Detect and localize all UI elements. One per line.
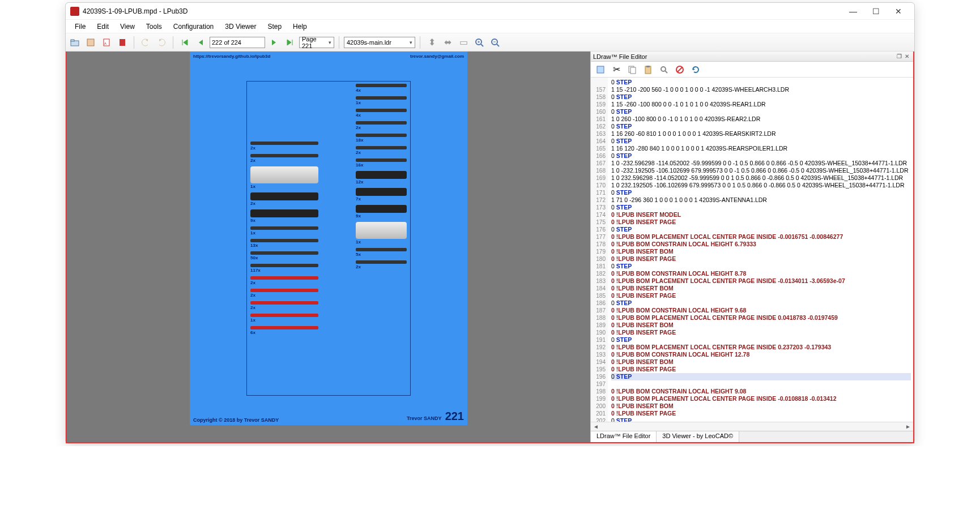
bom-part: 50x [250, 251, 318, 260]
page-combo[interactable]: Page 221 [299, 37, 334, 48]
close-button[interactable]: ✕ [887, 3, 910, 19]
menu-help[interactable]: Help [287, 22, 313, 32]
bom-part: 2x [250, 276, 318, 285]
menu-file[interactable]: File [69, 22, 91, 32]
fit-width-icon[interactable]: ⬍ [425, 36, 438, 49]
tab-3d-viewer[interactable]: 3D Viewer - by LeoCAD© [657, 431, 739, 442]
undo-icon[interactable] [139, 36, 152, 49]
editor-tabs: LDraw™ File Editor 3D Viewer - by LeoCAD… [591, 431, 913, 442]
editor-title: LDraw™ File Editor [593, 53, 647, 60]
menubar: FileEditViewToolsConfiguration3D ViewerS… [66, 20, 914, 33]
copy-icon[interactable] [626, 63, 638, 76]
dock-float-icon[interactable]: ❐ [895, 53, 903, 59]
tab-ldraw-editor[interactable]: LDraw™ File Editor [591, 431, 657, 442]
bom-part: 2x [250, 192, 318, 206]
first-page-icon[interactable] [178, 36, 191, 49]
page-copyright: Copyright © 2018 by Trevor SANDY [193, 417, 279, 423]
bom-part: 2x [250, 289, 318, 298]
titlebar: 42039S-1-09-LPUB.mpd - LPub3D — ☐ ✕ [66, 3, 914, 20]
menu-edit[interactable]: Edit [91, 22, 114, 32]
svg-text:A: A [104, 42, 106, 45]
bom-part: 6x [250, 326, 318, 335]
svg-rect-1 [71, 40, 74, 41]
file-combo[interactable]: 42039s-main.ldr [344, 37, 415, 48]
bom-part: 4x [356, 84, 407, 93]
app-icon [70, 7, 79, 16]
bom-part: 12x [356, 171, 407, 185]
menu-3d-viewer[interactable]: 3D Viewer [219, 22, 262, 32]
menu-tools[interactable]: Tools [140, 22, 168, 32]
app-window: 42039S-1-09-LPUB.mpd - LPub3D — ☐ ✕ File… [65, 2, 915, 444]
editor-panel: LDraw™ File Editor ❐ ✕ ✂ 157158159160161… [590, 52, 913, 442]
bom-part: 7x [356, 188, 407, 202]
next-page-icon[interactable] [267, 36, 281, 49]
menu-configuration[interactable]: Configuration [168, 22, 219, 32]
bom-part: 1x [250, 166, 318, 189]
bom-part: 117x [250, 264, 318, 273]
window-title: 42039S-1-09-LPUB.mpd - LPub3D [83, 7, 188, 15]
svg-point-18 [661, 67, 666, 71]
bom-part: 18x [356, 134, 407, 143]
prev-page-icon[interactable] [194, 36, 207, 49]
select-all-icon[interactable] [594, 63, 607, 76]
open-icon[interactable] [68, 36, 82, 49]
zoom-out-icon[interactable] [488, 36, 502, 49]
content-area: https://trevorsandy.github.io/lpub3d tre… [66, 52, 914, 443]
menu-step[interactable]: Step [262, 22, 287, 32]
bom-part: 5x [356, 248, 407, 257]
editor-dock-header[interactable]: LDraw™ File Editor ❐ ✕ [591, 52, 913, 62]
bom-frame: 2x2x1x2x9x1x13x50x117x2x2x2x1x6x 4x1x4x2… [246, 81, 411, 396]
page-email: trevor.sandy@gmail.com [410, 54, 464, 59]
pdf-icon[interactable]: A [100, 36, 113, 49]
redo-icon[interactable] [155, 36, 168, 49]
cut-icon[interactable]: ✂ [610, 63, 623, 76]
bom-part: 1x [250, 314, 318, 323]
dock-close-icon[interactable]: ✕ [903, 53, 911, 59]
main-toolbar: A Page 221 42039s-main.ldr ⬍ ⬌ ▭ [66, 33, 914, 52]
code-editor[interactable]: 1571581591601611621631641651661671681691… [591, 78, 913, 422]
bom-part: 16x [356, 159, 407, 168]
svg-rect-17 [646, 66, 650, 67]
page-viewport[interactable]: https://trevorsandy.github.io/lpub3d tre… [67, 52, 590, 442]
paste-icon[interactable] [642, 63, 654, 76]
save-icon[interactable] [84, 36, 97, 49]
bom-part: 2x [356, 121, 407, 130]
svg-line-21 [678, 67, 682, 72]
svg-line-7 [481, 44, 483, 46]
svg-rect-5 [120, 39, 125, 46]
page-input[interactable] [210, 37, 265, 48]
page-author: Trevor SANDY [407, 416, 442, 421]
editor-scrollbar[interactable]: ◄► [591, 422, 913, 431]
find-icon[interactable] [658, 63, 670, 76]
bom-part: 2x [356, 260, 407, 269]
editor-toolbar: ✂ [591, 62, 913, 78]
svg-rect-15 [630, 67, 636, 74]
bom-part: 9x [250, 209, 318, 223]
fit-page-icon[interactable]: ⬌ [441, 36, 454, 49]
svg-line-11 [497, 44, 499, 46]
zoom-in-icon[interactable] [472, 36, 486, 49]
bom-part: 1x [356, 222, 407, 245]
svg-rect-13 [597, 66, 604, 73]
bom-part: 2x [356, 146, 407, 155]
menu-view[interactable]: View [114, 22, 140, 32]
bom-part: 13x [250, 239, 318, 248]
bom-part: 2x [250, 301, 318, 310]
bom-part: 2x [250, 142, 318, 151]
refresh-icon[interactable] [689, 63, 702, 76]
bom-part: 9x [356, 205, 407, 219]
delete-icon[interactable] [674, 63, 686, 76]
minimize-button[interactable]: — [842, 3, 864, 19]
svg-line-19 [665, 71, 667, 73]
bom-part: 1x [356, 96, 407, 105]
actual-size-icon[interactable]: ▭ [457, 36, 470, 49]
last-page-icon[interactable] [283, 36, 297, 49]
instruction-page[interactable]: https://trevorsandy.github.io/lpub3d tre… [190, 52, 467, 425]
bom-part: 4x [356, 109, 407, 118]
page-number: 221 [445, 410, 464, 422]
page-url: https://trevorsandy.github.io/lpub3d [193, 54, 270, 59]
maximize-button[interactable]: ☐ [864, 3, 887, 19]
bom-part: 2x [250, 154, 318, 163]
pdf-export-icon[interactable] [116, 36, 129, 49]
svg-rect-2 [87, 39, 94, 46]
